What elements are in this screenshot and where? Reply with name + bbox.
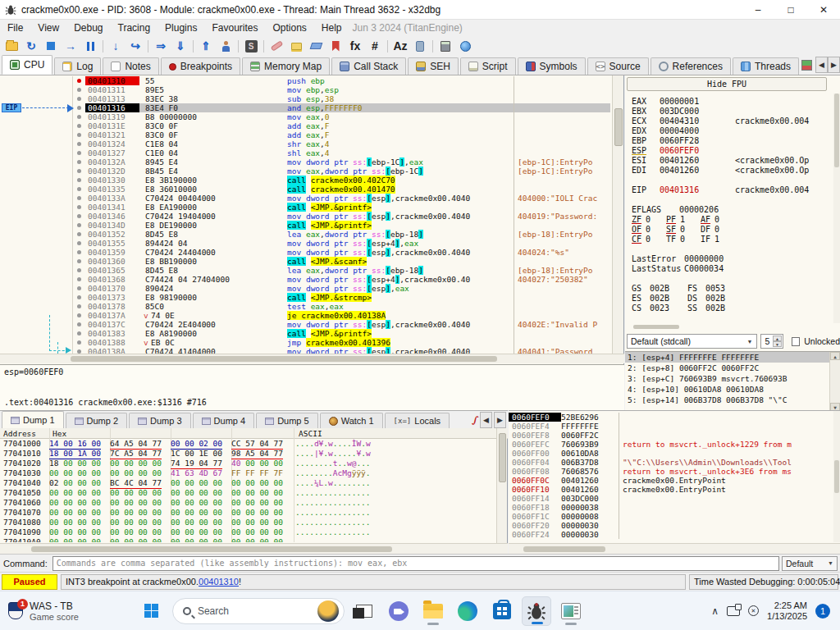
- disasm-row[interactable]: 00401388vEB 0Cjmp crackme0x00.401396: [0, 338, 610, 347]
- unlocked-checkbox[interactable]: [792, 337, 800, 346]
- flag-if[interactable]: IF: [701, 235, 714, 244]
- disassembly-vscrollbar[interactable]: [612, 75, 623, 354]
- row-dot[interactable]: [77, 106, 81, 110]
- comment-icon[interactable]: [286, 38, 306, 55]
- command-input[interactable]: [52, 556, 779, 571]
- disasm-row[interactable]: 0040133AC70424 00404000mov dword ptr ss:…: [0, 194, 610, 203]
- search-box[interactable]: Search: [172, 598, 345, 624]
- stack-row[interactable]: 0060FF1C00000008: [509, 512, 833, 521]
- argument-row[interactable]: 1: [esp+4] FFFFFFFE FFFFFFFE: [625, 352, 840, 363]
- row-dot[interactable]: [77, 268, 81, 272]
- flag-pf[interactable]: PF: [666, 215, 680, 225]
- run-to-selection-icon[interactable]: ⇒: [151, 38, 171, 55]
- edge-button[interactable]: [453, 596, 482, 626]
- seh-chain-icon[interactable]: S: [241, 38, 261, 55]
- disasm-row[interactable]: 0040131383EC 38sub esp,38: [0, 94, 610, 103]
- disasm-row[interactable]: 0040138AC70424 41404000mov dword ptr ss:…: [0, 347, 610, 354]
- row-dot[interactable]: [77, 115, 81, 119]
- menu-file[interactable]: File: [0, 21, 30, 35]
- pause-icon[interactable]: [80, 38, 100, 55]
- clock[interactable]: 2:25 AM 1/13/2025: [767, 600, 807, 622]
- menu-help[interactable]: Help: [314, 21, 349, 35]
- widgets-button[interactable]: 1 WAS - TB Game score: [0, 591, 87, 630]
- row-dot[interactable]: [77, 223, 81, 227]
- row-dot[interactable]: [77, 295, 81, 299]
- dump-tab-dump-3[interactable]: Dump 3: [129, 413, 191, 428]
- register-value[interactable]: 0060FEF0: [660, 146, 735, 156]
- chat-button[interactable]: [384, 596, 413, 626]
- row-dot[interactable]: [77, 178, 81, 182]
- flag-af[interactable]: AF: [701, 215, 714, 225]
- row-dot[interactable]: [77, 214, 81, 218]
- disasm-row[interactable]: 00401360E8 BB190000call <JMP.&scanf>: [0, 257, 610, 266]
- stack-row[interactable]: 0060FF0876068576return to msvcrt._unlock…: [509, 467, 833, 476]
- disasm-row[interactable]: 00401335E8 36010000call crackme0x00.4014…: [0, 185, 610, 194]
- disasm-row[interactable]: 00401330E8 3B190000call crackme0x00.402C…: [0, 176, 610, 185]
- cast-device-icon[interactable]: [727, 606, 740, 616]
- stack-row[interactable]: 0060FEF4FFFFFFFE: [509, 422, 833, 431]
- tab-scroll-left-button[interactable]: ◀: [815, 57, 828, 73]
- argument-row[interactable]: 4: [esp+10] 00610DA8 00610DA8: [625, 384, 840, 395]
- stack-row[interactable]: 0060FF1800000038: [509, 503, 833, 512]
- row-dot[interactable]: [77, 232, 81, 236]
- stack-row[interactable]: 0060FEFC760693B9return to msvcrt._unlock…: [509, 440, 833, 449]
- dump-tab-dump-4[interactable]: Dump 4: [193, 413, 255, 428]
- row-dot[interactable]: [77, 322, 81, 326]
- disasm-row[interactable]: 00401341E8 EA190000call <JMP.&printf>: [0, 203, 610, 212]
- menu-tracing[interactable]: Tracing: [111, 21, 158, 35]
- dump-tab-dump-5[interactable]: Dump 5: [256, 413, 318, 428]
- tab-seh[interactable]: SEH: [408, 57, 459, 75]
- dump-row[interactable]: 7704101018 00 1A 007C A5 04 771C 00 1E 0…: [0, 449, 497, 459]
- tab-memory-map[interactable]: Memory Map: [242, 57, 330, 75]
- disasm-row[interactable]: 0040134DE8 DE190000call <JMP.&printf>: [0, 221, 610, 230]
- disasm-row[interactable]: 004013658D45 E8lea eax,dword ptr ss:[ebp…: [0, 266, 610, 275]
- stack-row[interactable]: 0060FEF052BE6296: [509, 413, 833, 422]
- row-dot[interactable]: [77, 169, 81, 173]
- label-icon[interactable]: [306, 38, 326, 55]
- flag-tf[interactable]: TF: [666, 235, 680, 244]
- row-dot[interactable]: [77, 250, 81, 254]
- flag-cf[interactable]: CF: [632, 235, 646, 244]
- breakpoint-address-link[interactable]: 00401310: [199, 577, 239, 587]
- disasm-row[interactable]: 0040131055push ebp: [0, 76, 610, 85]
- minimize-button[interactable]: –: [742, 0, 774, 19]
- tab-references[interactable]: References: [651, 57, 731, 75]
- row-dot[interactable]: [77, 142, 81, 146]
- row-dot[interactable]: [77, 304, 81, 308]
- disasm-row[interactable]: 0040131683E4 F0and esp,FFFFFFF0: [0, 103, 610, 112]
- row-dot[interactable]: [77, 187, 81, 191]
- argument-row[interactable]: 5: [esp+14] 006B37D8 006B37D8 "\"C: [625, 395, 840, 405]
- stack-row[interactable]: 0060FEF80060FF2C: [509, 431, 833, 440]
- stack-row[interactable]: 0060FF1000401260crackme0x00.EntryPoint: [509, 485, 833, 494]
- stack-row[interactable]: 0060FF0C00401260crackme0x00.EntryPoint: [509, 476, 833, 485]
- row-dot[interactable]: [77, 313, 81, 317]
- start-button[interactable]: [138, 597, 166, 625]
- disasm-row[interactable]: 00401383E8 A8190000call <JMP.&printf>: [0, 329, 610, 338]
- dump-scroll-right-button[interactable]: ▶: [494, 412, 506, 428]
- stack-row[interactable]: 0060FF2000000030: [509, 521, 833, 530]
- disasm-row[interactable]: 00401370890424mov dword ptr ss:[esp],eax: [0, 284, 610, 293]
- disasm-row[interactable]: 00401324C1E8 04shr eax,4: [0, 139, 610, 148]
- menu-options[interactable]: Options: [265, 21, 313, 35]
- disasm-row[interactable]: 004013528D45 E8lea eax,dword ptr ss:[ebp…: [0, 230, 610, 239]
- step-over-icon[interactable]: ↪: [126, 38, 145, 55]
- run-icon[interactable]: →: [61, 38, 80, 55]
- row-dot[interactable]: [77, 196, 81, 200]
- dump-hscrollbar[interactable]: [0, 543, 508, 554]
- registers-vscrollbar[interactable]: [833, 94, 840, 323]
- dump-row[interactable]: 7704102018 00 00 0000 00 00 0074 19 04 7…: [0, 459, 497, 468]
- disasm-row[interactable]: 0040137Av74 0Eje crackme0x00.40138A: [0, 311, 610, 320]
- dump-row[interactable]: 7704107000 00 00 0000 00 00 0000 00 00 0…: [0, 508, 497, 518]
- x32dbg-taskbar-button[interactable]: [522, 596, 551, 626]
- tab-log[interactable]: Log: [54, 57, 101, 75]
- hide-fpu-button[interactable]: Hide FPU: [627, 77, 827, 91]
- stack-row[interactable]: 0060FF0000610DA8: [509, 449, 833, 458]
- disasm-row[interactable]: 00401368C74424 04 27404000mov dword ptr …: [0, 275, 610, 284]
- flag-zf[interactable]: ZF: [632, 215, 646, 225]
- value[interactable]: 00000000: [684, 254, 760, 264]
- tray-expand-chevron[interactable]: ∧: [711, 605, 719, 617]
- tab-script[interactable]: Script: [460, 57, 516, 75]
- register-value[interactable]: 003DC000: [660, 107, 735, 116]
- menu-view[interactable]: View: [30, 21, 66, 35]
- dump-tab-dump-1[interactable]: Dump 1: [2, 411, 64, 428]
